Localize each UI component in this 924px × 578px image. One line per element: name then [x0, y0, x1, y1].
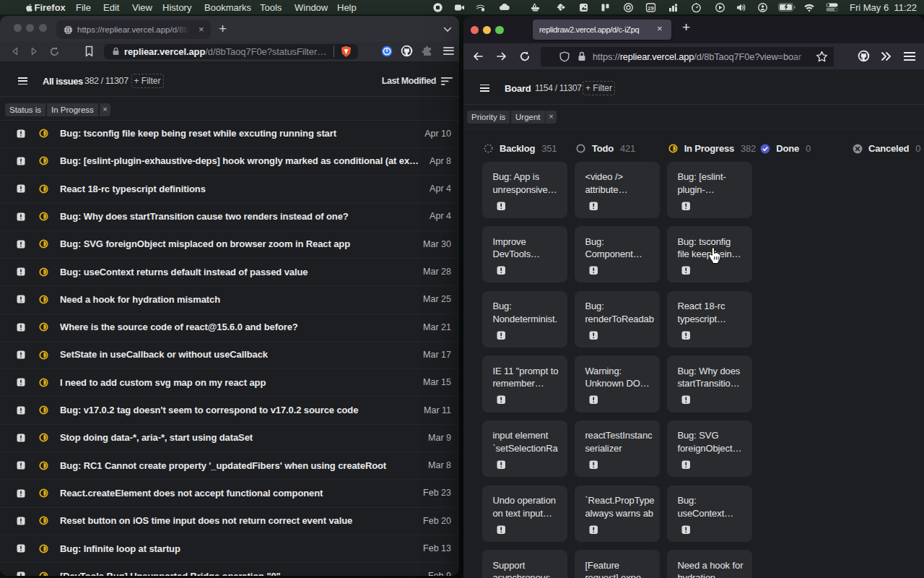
svg-text:29: 29: [648, 5, 653, 12]
